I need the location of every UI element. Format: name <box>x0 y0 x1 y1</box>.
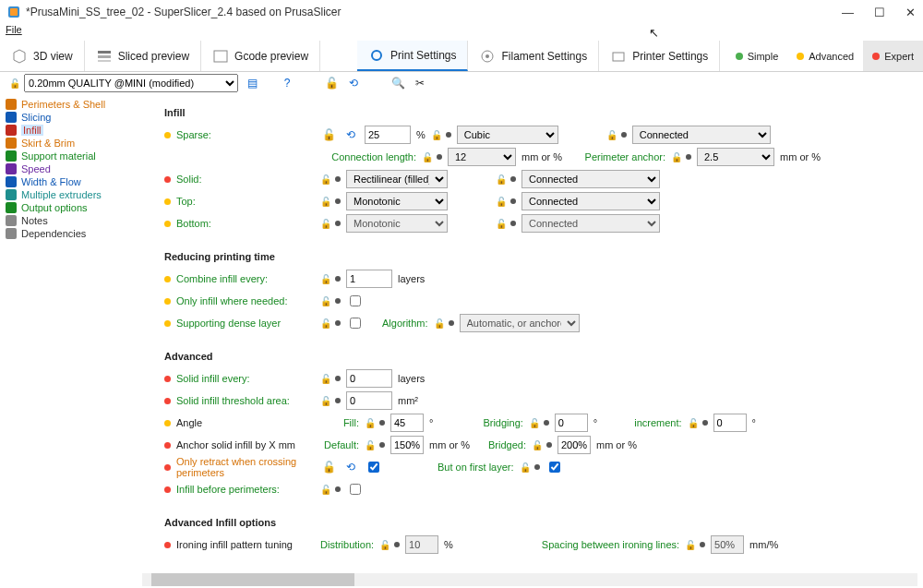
mode-simple[interactable]: Simple <box>726 41 788 71</box>
svg-rect-9 <box>613 53 624 61</box>
only-infill-checkbox[interactable] <box>350 295 361 306</box>
label-top: Top: <box>176 196 315 207</box>
mode-expert[interactable]: Expert <box>863 41 923 71</box>
label-conn-length: Connection length: <box>315 151 416 162</box>
tab-3d-view[interactable]: 3D view <box>0 41 85 71</box>
lock-icon <box>365 439 374 450</box>
anchor-default-input[interactable] <box>390 436 424 454</box>
lock-icon <box>379 539 389 550</box>
sidebar-item-deps[interactable]: Dependencies <box>6 227 142 240</box>
label-bridged: Bridged: <box>488 439 526 450</box>
svg-rect-3 <box>98 55 111 58</box>
main-toolbar: 3D view Sliced preview Gcode preview Pri… <box>0 41 923 72</box>
retract-checkbox[interactable] <box>368 462 379 473</box>
gcode-icon <box>212 48 229 65</box>
unlock-icon[interactable]: 🔓 <box>320 459 337 475</box>
ibp-checkbox[interactable] <box>350 484 361 495</box>
lock-icon <box>365 417 374 428</box>
section-reducing: Reducing printing time <box>164 251 906 262</box>
top-connection-select[interactable]: Connected <box>521 192 660 210</box>
undo-icon[interactable]: ⟲ <box>342 126 359 143</box>
sidebar-item-slicing[interactable]: Slicing <box>6 111 142 124</box>
scissors-button[interactable]: ✂ <box>412 75 428 91</box>
label-only-infill: Only infill where needed: <box>176 295 315 306</box>
solid-infill-every-input[interactable] <box>346 369 392 388</box>
sidebar-item-skirt[interactable]: Skirt & Brim <box>6 137 142 150</box>
solid-infill-threshold-input[interactable] <box>346 391 392 410</box>
section-infill: Infill <box>164 107 906 118</box>
solid-pattern-select[interactable]: Rectilinear (filled) <box>346 170 448 188</box>
app-icon <box>7 6 20 18</box>
combine-infill-input[interactable] <box>346 270 392 288</box>
sparse-connection-select[interactable]: Connected <box>632 126 771 144</box>
algorithm-select[interactable]: Automatic, or anchored if too bi <box>460 314 580 332</box>
undo-icon[interactable]: ⟲ <box>342 459 359 475</box>
lock-icon <box>320 174 330 185</box>
undo-button[interactable]: ⟲ <box>345 75 362 91</box>
unit: mm or % <box>521 151 562 162</box>
sidebar-item-speed[interactable]: Speed <box>6 162 142 175</box>
lock-icon <box>320 273 330 284</box>
unit: layers <box>398 373 425 384</box>
sidebar-item-notes[interactable]: Notes <box>6 214 142 227</box>
maximize-button[interactable]: ☐ <box>874 6 885 19</box>
menu-file[interactable]: File <box>6 24 22 35</box>
sidebar-item-perimeters[interactable]: Perimeters & Shell <box>6 98 142 111</box>
svg-rect-2 <box>98 51 111 54</box>
connection-length-input[interactable]: 12 <box>448 148 516 166</box>
lock-icon <box>320 395 330 406</box>
label-increment: increment: <box>634 417 681 428</box>
sidebar-item-extruders[interactable]: Multiple extruders <box>6 188 142 201</box>
lock-icon <box>431 129 440 140</box>
tab-filament-settings[interactable]: Filament Settings <box>468 41 599 71</box>
help-button[interactable]: ? <box>279 75 295 91</box>
lock-icon <box>320 218 330 229</box>
support-dense-checkbox[interactable] <box>350 318 361 329</box>
lock-toggle-button[interactable]: 🔓 <box>323 75 340 91</box>
bottom-connection-select[interactable]: Connected <box>521 214 660 233</box>
perimeter-anchor-input[interactable]: 2.5 <box>697 148 774 166</box>
sidebar-item-support[interactable]: Support material <box>6 150 142 162</box>
svg-rect-4 <box>98 60 111 62</box>
bridging-angle-input[interactable] <box>555 414 588 432</box>
sidebar-item-width[interactable]: Width & Flow <box>6 175 142 188</box>
sparse-density-input[interactable] <box>365 126 411 144</box>
bottom-pattern-select[interactable]: Monotonic <box>346 214 448 233</box>
sparse-pattern-select[interactable]: Cubic <box>457 126 558 144</box>
horizontal-scrollbar[interactable] <box>142 573 917 586</box>
sidebar-item-infill[interactable]: Infill <box>6 124 142 137</box>
top-pattern-select[interactable]: Monotonic <box>346 192 448 210</box>
lock-icon <box>520 462 529 473</box>
bfl-checkbox[interactable] <box>549 462 560 473</box>
section-adv-infill-options: Advanced Infill options <box>164 517 906 528</box>
unlock-icon[interactable]: 🔓 <box>320 126 337 143</box>
fill-angle-input[interactable] <box>390 414 424 432</box>
minimize-button[interactable]: — <box>842 6 854 19</box>
sidebar-item-output[interactable]: Output options <box>6 201 142 214</box>
save-profile-button[interactable]: ▤ <box>244 75 260 91</box>
unit: mm/% <box>749 539 778 550</box>
label-ibp: Infill before perimeters: <box>176 484 315 495</box>
tab-gcode-preview[interactable]: Gcode preview <box>201 41 320 71</box>
mode-advanced[interactable]: Advanced <box>787 41 863 71</box>
label-fill: Fill: <box>320 417 359 428</box>
tab-print-settings[interactable]: Print Settings <box>357 41 468 71</box>
unit: % <box>444 539 453 550</box>
profile-select[interactable]: 0.20mm QUALITY @MINI (modified) <box>24 74 238 92</box>
label-combine: Combine infill every: <box>176 273 315 284</box>
tab-printer-settings[interactable]: Printer Settings <box>599 41 720 71</box>
close-button[interactable]: ✕ <box>905 6 916 19</box>
lock-icon <box>532 439 541 450</box>
increment-input[interactable] <box>713 414 747 432</box>
anchor-bridged-input[interactable] <box>557 436 591 454</box>
tab-sliced-preview[interactable]: Sliced preview <box>85 41 201 71</box>
label-solid: Solid: <box>176 174 315 185</box>
spacing-input[interactable] <box>711 535 744 554</box>
label-bottom: Bottom: <box>176 218 315 229</box>
search-button[interactable]: 🔍 <box>390 75 406 91</box>
unit: mm or % <box>780 151 821 162</box>
distribution-input[interactable] <box>405 535 438 554</box>
label-ipt: Ironing infill pattern tuning <box>176 539 315 550</box>
lock-icon <box>320 484 330 495</box>
solid-connection-select[interactable]: Connected <box>521 170 660 188</box>
